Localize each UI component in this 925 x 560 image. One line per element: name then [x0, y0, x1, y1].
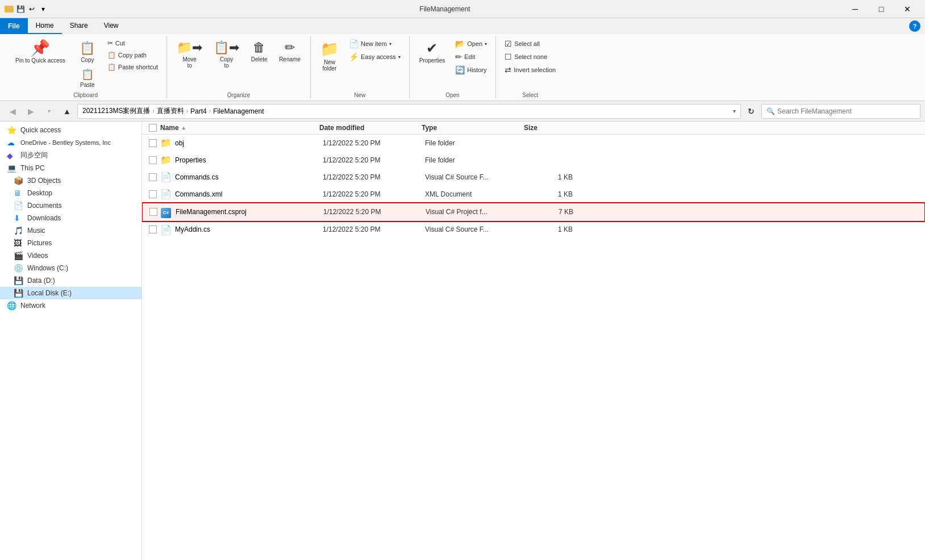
sidebar-item-sync[interactable]: ◆ 同步空间	[0, 149, 141, 162]
invert-selection-button[interactable]: ⇄ Invert selection	[501, 64, 560, 76]
new-item-button[interactable]: 📄 New item ▾	[345, 37, 405, 50]
file-row[interactable]: 📁 Properties 1/12/2022 5:20 PM File fold…	[142, 152, 925, 169]
search-input[interactable]	[777, 107, 915, 115]
rename-label: Rename	[279, 56, 301, 62]
properties-label: Properties	[419, 57, 445, 64]
maximize-button[interactable]: □	[868, 0, 894, 18]
customize-icon[interactable]: ▾	[39, 5, 48, 14]
invertselection-icon: ⇄	[505, 65, 511, 74]
file-name: FileManagement.csproj	[176, 208, 323, 216]
refresh-button[interactable]: ↻	[743, 103, 759, 119]
sidebar-item-onedrive[interactable]: ☁ OneDrive - Bentley Systems, Inc	[0, 136, 141, 149]
sidebar-item-videos[interactable]: 🎬 Videos	[0, 249, 141, 262]
file-checkbox-commands-cs[interactable]	[149, 173, 160, 181]
help-button[interactable]: ?	[909, 20, 920, 32]
column-size-header[interactable]: Size	[524, 124, 581, 132]
pin-to-quick-access-button[interactable]: 📌 Pin to Quick access	[9, 37, 72, 67]
file-checkbox-commands-xml[interactable]	[149, 190, 160, 198]
videos-icon: 🎬	[14, 251, 24, 260]
file-row[interactable]: 📁 obj 1/12/2022 5:20 PM File folder	[142, 135, 925, 152]
paste-button[interactable]: 📋 Paste	[73, 66, 102, 90]
file-name: Commands.xml	[175, 190, 323, 198]
up-button[interactable]: ▲	[59, 103, 75, 119]
file-checkbox-csproj[interactable]	[149, 208, 161, 216]
file-checkbox-myaddin[interactable]	[149, 225, 160, 233]
newitem-icon: 📄	[349, 39, 359, 48]
column-name-header[interactable]: Name ▲	[160, 124, 319, 132]
file-checkbox-properties[interactable]	[149, 156, 160, 164]
pin-label: Pin to Quick access	[15, 57, 65, 64]
sidebar-item-windows-c[interactable]: 💿 Windows (C:)	[0, 262, 141, 274]
file-type: Visual C# Source F...	[425, 225, 527, 233]
copy-path-button[interactable]: 📋 Copy path	[103, 49, 162, 61]
history-icon: 🔄	[455, 65, 465, 74]
delete-button[interactable]: 🗑 Delete	[245, 37, 273, 65]
sidebar-item-pictures[interactable]: 🖼 Pictures	[0, 237, 141, 249]
path-part-4: FileManagement	[213, 107, 264, 115]
move-to-button[interactable]: 📁➡ Move to	[172, 37, 207, 72]
easy-access-button[interactable]: ⚡ Easy access ▾	[345, 51, 405, 63]
file-row-selected[interactable]: C# FileManagement.csproj 1/12/2022 5:20 …	[142, 202, 925, 222]
tab-file[interactable]: File	[0, 18, 28, 34]
select-label: Select	[522, 91, 538, 98]
tab-view[interactable]: View	[96, 18, 127, 34]
column-date-header[interactable]: Date modified	[319, 124, 422, 132]
path-part-2: 直播资料	[157, 106, 184, 116]
sidebar-item-network[interactable]: 🌐 Network	[0, 299, 141, 312]
sidebar-item-localdisk-e[interactable]: 💾 Local Disk (E:)	[0, 287, 141, 299]
row-checkbox[interactable]	[149, 208, 157, 216]
row-checkbox[interactable]	[149, 225, 157, 233]
back-button[interactable]: ◀	[5, 103, 20, 119]
new-folder-button[interactable]: 📁 New folder	[315, 37, 344, 74]
edit-button[interactable]: ✏ Edit	[451, 51, 491, 63]
cs-file-icon: 📄	[160, 172, 172, 182]
tab-home[interactable]: Home	[28, 18, 62, 34]
rename-button[interactable]: ✏ Rename	[274, 37, 306, 65]
sidebar-label-data-d: Data (D:)	[27, 277, 55, 285]
selectnone-icon: ☐	[505, 52, 512, 61]
paste-shortcut-button[interactable]: 📋 Paste shortcut	[103, 61, 162, 73]
sidebar-item-data-d[interactable]: 💾 Data (D:)	[0, 274, 141, 287]
cut-label: Cut	[115, 40, 125, 47]
selectall-icon: ☑	[505, 39, 512, 48]
properties-button[interactable]: ✔ Properties	[414, 37, 451, 66]
row-checkbox[interactable]	[149, 190, 157, 198]
select-all-button[interactable]: ☑ Select all	[501, 37, 560, 50]
file-row[interactable]: 📄 Commands.cs 1/12/2022 5:20 PM Visual C…	[142, 169, 925, 186]
minimize-button[interactable]: ─	[842, 0, 868, 18]
sidebar-item-this-pc[interactable]: 💻 This PC	[0, 162, 141, 174]
row-checkbox[interactable]	[149, 156, 157, 164]
file-row[interactable]: 📄 Commands.xml 1/12/2022 5:20 PM XML Doc…	[142, 186, 925, 203]
path-dropdown-icon[interactable]: ▾	[733, 108, 736, 114]
select-all-checkbox[interactable]	[149, 124, 157, 132]
sidebar-item-music[interactable]: 🎵 Music	[0, 224, 141, 237]
address-path[interactable]: 20211213MS案例直播 › 直播资料 › Part4 › FileMana…	[77, 104, 741, 119]
column-type-header[interactable]: Type	[422, 124, 524, 132]
forward-button[interactable]: ▶	[23, 103, 39, 119]
sidebar-item-3dobjects[interactable]: 📦 3D Objects	[0, 174, 141, 187]
row-checkbox[interactable]	[149, 173, 157, 181]
copy-button[interactable]: 📋 Copy	[73, 37, 102, 66]
select-col: ☑ Select all ☐ Select none ⇄ Invert sele…	[501, 37, 560, 76]
file-type: File folder	[425, 156, 527, 164]
select-none-button[interactable]: ☐ Select none	[501, 51, 560, 63]
quick-save-icon[interactable]: 💾	[16, 5, 25, 14]
sidebar-item-quick-access[interactable]: ⭐ Quick access	[0, 124, 141, 136]
3dobjects-icon: 📦	[14, 176, 24, 185]
row-checkbox[interactable]	[149, 139, 157, 147]
copy-to-button[interactable]: 📋➡ Copy to	[209, 37, 244, 72]
sidebar-item-documents[interactable]: 📄 Documents	[0, 199, 141, 212]
sidebar-item-downloads[interactable]: ⬇ Downloads	[0, 212, 141, 224]
tab-share[interactable]: Share	[62, 18, 96, 34]
history-label: History	[467, 66, 486, 73]
file-checkbox-obj[interactable]	[149, 139, 160, 147]
undo-icon[interactable]: ↩	[27, 5, 36, 14]
history-button[interactable]: 🔄 History	[451, 64, 491, 76]
close-button[interactable]: ✕	[894, 0, 920, 18]
sidebar-item-desktop[interactable]: 🖥 Desktop	[0, 187, 141, 199]
invertselection-label: Invert selection	[514, 66, 556, 73]
open-button[interactable]: 📂 Open ▾	[451, 37, 491, 50]
recent-locations-button[interactable]: ▾	[41, 103, 57, 119]
file-row[interactable]: 📄 MyAddin.cs 1/12/2022 5:20 PM Visual C#…	[142, 222, 925, 239]
cut-button[interactable]: ✂ Cut	[103, 37, 162, 49]
